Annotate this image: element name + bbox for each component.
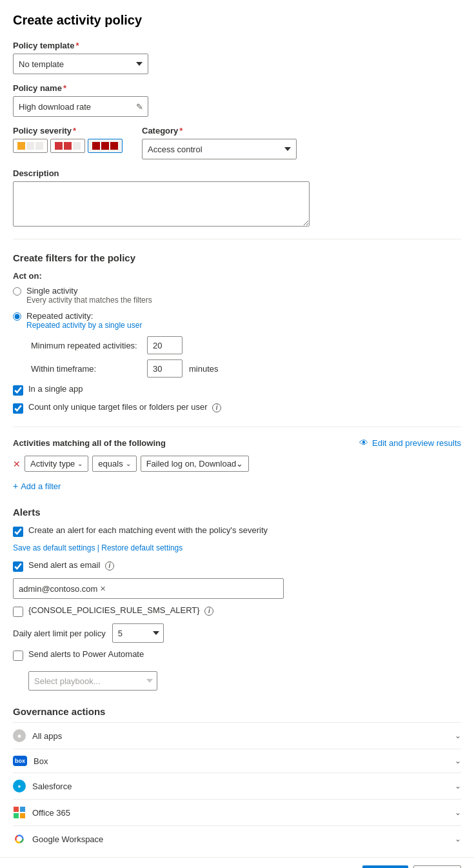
in-single-app-label[interactable]: In a single app: [28, 384, 83, 394]
box-left: box Box: [13, 756, 48, 766]
severity-low-btn[interactable]: [13, 139, 48, 153]
power-automate-row: Send alerts to Power Automate: [13, 649, 461, 661]
eye-icon: 👁: [359, 438, 368, 448]
severity-category-row: Policy severity*: [13, 126, 461, 159]
all-apps-left: ● All apps: [13, 729, 62, 742]
send-email-info-icon[interactable]: i: [105, 561, 114, 570]
in-single-app-checkbox[interactable]: [13, 385, 23, 396]
playbook-select[interactable]: Select playbook...: [28, 671, 157, 691]
filter-header: Activities matching all of the following…: [13, 438, 461, 448]
sq3: [73, 142, 81, 150]
sq2: [26, 142, 34, 150]
box-chevron: ⌄: [455, 756, 461, 765]
in-single-app-row: In a single app: [13, 384, 461, 396]
sq1: [55, 142, 63, 150]
policy-template-group: Policy template* No template: [13, 41, 461, 74]
severity-low-squares: [17, 142, 43, 150]
sq3: [35, 142, 43, 150]
all-apps-icon: ●: [13, 729, 26, 742]
policy-name-label: Policy name*: [13, 83, 461, 93]
single-activity-option: Single activity Every activity that matc…: [13, 286, 461, 305]
governance-google-workspace[interactable]: Google Workspace ⌄: [13, 825, 461, 852]
within-timeframe-input[interactable]: [147, 359, 183, 378]
severity-medium-squares: [55, 142, 81, 150]
single-activity-radio[interactable]: [13, 287, 21, 296]
all-apps-label: All apps: [32, 731, 62, 741]
remove-email-icon[interactable]: ✕: [100, 585, 106, 593]
send-email-row: Send alert as email i: [13, 560, 461, 572]
create-button[interactable]: Create: [362, 865, 408, 868]
unique-target-row: Count only unique target files or folder…: [13, 402, 461, 414]
severity-medium-btn[interactable]: [50, 139, 85, 153]
governance-all-apps[interactable]: ● All apps ⌄: [13, 722, 461, 749]
unique-target-info-icon[interactable]: i: [212, 403, 221, 412]
equals-filter[interactable]: equals ⌄: [92, 456, 136, 472]
single-activity-text: Single activity Every activity that matc…: [26, 286, 152, 305]
repeated-activity-label[interactable]: Repeated activity:: [26, 311, 142, 321]
daily-limit-row: Daily alert limit per policy 5: [13, 623, 461, 643]
sms-label[interactable]: {CONSOLE_POLICIES_RULE_SMS_ALERT} i: [28, 605, 213, 616]
repeated-activity-option: Repeated activity: Repeated activity by …: [13, 311, 461, 330]
create-alert-label[interactable]: Create an alert for each matching event …: [28, 525, 268, 535]
office365-chevron: ⌄: [455, 808, 461, 817]
governance-salesforce[interactable]: ● Salesforce ⌄: [13, 772, 461, 799]
power-automate-checkbox[interactable]: [13, 651, 23, 661]
google-workspace-icon: [13, 833, 26, 845]
svg-rect-2: [14, 813, 19, 818]
policy-name-wrapper: ✎: [13, 96, 148, 117]
all-apps-chevron: ⌄: [455, 731, 461, 740]
governance-office365[interactable]: Office 365 ⌄: [13, 799, 461, 825]
salesforce-icon: ●: [13, 780, 26, 792]
unique-target-label[interactable]: Count only unique target files or folder…: [28, 402, 221, 412]
send-email-label[interactable]: Send alert as email i: [28, 560, 114, 570]
governance-box[interactable]: box Box ⌄: [13, 749, 461, 772]
daily-limit-select[interactable]: 5: [112, 623, 164, 643]
email-input-box[interactable]: admin@contoso.com ✕: [13, 578, 284, 599]
category-select[interactable]: Access control: [142, 139, 297, 159]
category-label: Category*: [142, 126, 297, 136]
svg-rect-1: [20, 807, 25, 812]
policy-template-select[interactable]: No template: [13, 54, 148, 74]
filter-value-label: Failed log on, Download: [146, 459, 236, 469]
activities-section: Activities matching all of the following…: [13, 438, 461, 494]
severity-group: Policy severity*: [13, 126, 123, 153]
plus-icon: +: [13, 481, 18, 491]
cancel-button[interactable]: Cancel: [413, 865, 461, 868]
within-timeframe-label: Within timeframe:: [31, 364, 141, 374]
severity-high-btn[interactable]: [88, 139, 123, 153]
page-title: Create activity policy: [13, 13, 461, 28]
activities-title: Activities matching all of the following: [13, 438, 166, 448]
unique-target-checkbox[interactable]: [13, 403, 23, 414]
single-activity-label[interactable]: Single activity: [26, 286, 152, 296]
category-group: Category* Access control: [142, 126, 297, 159]
policy-name-input[interactable]: [13, 96, 148, 117]
repeated-activity-text: Repeated activity: Repeated activity by …: [26, 311, 142, 330]
save-default-link[interactable]: Save as default settings: [13, 543, 95, 552]
send-email-checkbox[interactable]: [13, 561, 23, 572]
minutes-label: minutes: [189, 364, 219, 374]
create-alert-checkbox[interactable]: [13, 527, 23, 537]
sms-info-icon[interactable]: i: [204, 607, 213, 616]
activity-type-filter[interactable]: Activity type ⌄: [25, 456, 88, 472]
severity-label: Policy severity*: [13, 126, 123, 136]
repeated-activity-sub: Repeated activity by a single user: [26, 321, 142, 330]
email-tag: admin@contoso.com ✕: [19, 584, 106, 594]
description-textarea[interactable]: [13, 181, 310, 227]
sms-checkbox[interactable]: [13, 607, 23, 617]
office365-label: Office 365: [32, 808, 70, 818]
repeated-activity-radio[interactable]: [13, 312, 21, 321]
restore-default-link[interactable]: Restore default settings: [101, 543, 183, 552]
office365-icon: [13, 806, 26, 819]
power-automate-label[interactable]: Send alerts to Power Automate: [28, 649, 144, 659]
svg-rect-3: [20, 813, 25, 818]
policy-name-group: Policy name* ✎: [13, 83, 461, 117]
add-filter-button[interactable]: + Add a filter: [13, 478, 61, 494]
min-repeated-input[interactable]: [147, 336, 183, 354]
severity-options: [13, 139, 123, 153]
filter-value-tag[interactable]: Failed log on, Download ⌄: [141, 456, 249, 472]
activity-type-chevron: ⌄: [77, 460, 83, 467]
edit-preview-button[interactable]: 👁 Edit and preview results: [359, 438, 461, 448]
edit-icon: ✎: [136, 102, 143, 112]
remove-filter-icon[interactable]: ✕: [13, 459, 21, 469]
governance-title: Governance actions: [13, 706, 461, 717]
